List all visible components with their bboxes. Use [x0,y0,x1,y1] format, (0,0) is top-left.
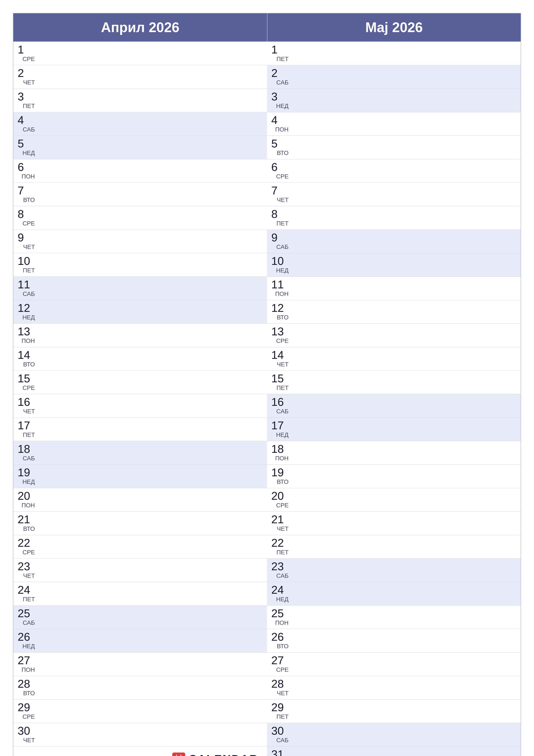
day-content: 5 НЕД [18,138,35,157]
right-month-header: Maj 2026 [267,14,521,42]
right-day-1: 1 ПЕТ [267,42,521,65]
day-content: 6 СРЕ [271,161,289,181]
day-name: ПОН [21,174,35,181]
day-name: САБ [23,126,35,134]
day-content: 18 САБ [18,443,35,463]
right-day-6: 6 СРЕ [267,159,521,183]
left-day-11: 11 САБ [13,277,267,300]
right-day-13: 13 СРЕ [267,324,521,347]
day-name: СРЕ [22,714,35,721]
day-name: САБ [276,80,289,87]
day-content: 24 НЕД [271,584,289,604]
day-content: 21 ЧЕТ [271,514,289,533]
left-day-6: 6 ПОН [13,159,267,183]
day-name: ЧЕТ [277,197,289,204]
left-day-17: 17 ПЕТ [13,418,267,441]
day-content: 1 СРЕ [18,44,35,63]
day-content: 16 ЧЕТ [18,396,35,416]
day-number: 18 [18,443,35,454]
day-name: ПОН [21,667,35,674]
day-name: СРЕ [22,385,35,392]
day-number: 22 [18,537,35,549]
day-number: 2 [271,68,289,79]
day-number: 28 [271,678,289,689]
day-name: ПОН [21,338,35,345]
day-content: 4 САБ [18,115,35,134]
day-number: 14 [271,349,289,361]
right-day-19: 19 ВТО [267,465,521,488]
left-day-15: 15 СРЕ [13,371,267,394]
day-number: 29 [18,702,35,713]
logo-text: CALENDAR [189,753,258,756]
day-name: САБ [276,737,289,744]
day-content: 30 ЧЕТ [18,725,35,744]
day-number: 17 [18,420,35,431]
right-day-27: 27 СРЕ [267,653,521,676]
footer-logo: 7 CALENDAR [172,753,258,756]
day-number: 23 [271,561,289,572]
day-content: 10 ПЕТ [18,256,35,275]
day-content: 23 ЧЕТ [18,561,35,580]
day-content: 17 НЕД [271,420,289,439]
day-name: ПОН [275,126,289,134]
day-content: 29 ПЕТ [271,702,289,721]
day-content: 28 ВТО [18,678,35,698]
right-day-24: 24 НЕД [267,582,521,606]
day-name: ПОН [275,620,289,627]
day-number: 2 [18,68,35,79]
left-day-28: 28 ВТО [13,676,267,700]
day-number: 16 [271,396,289,408]
left-month-header: Април 2026 [13,14,267,42]
footer-cell: 7 CALENDAR [13,746,267,756]
day-content: 12 НЕД [18,302,35,322]
day-number: 8 [271,208,289,220]
day-number: 3 [271,91,289,102]
day-number: 23 [18,561,35,572]
right-day-7: 7 ЧЕТ [267,183,521,206]
day-name: ВТО [23,197,35,204]
day-name: ВТО [277,150,289,157]
day-number: 22 [271,537,289,549]
left-day-3: 3 ПЕТ [13,89,267,112]
left-day-1: 1 СРЕ [13,42,267,65]
day-content: 26 НЕД [18,631,35,651]
day-name: НЕД [22,314,35,322]
day-content: 14 ЧЕТ [271,349,289,369]
day-name: ПЕТ [23,432,35,439]
day-content: 24 ПЕТ [18,584,35,604]
day-number: 29 [271,702,289,713]
day-number: 1 [271,44,289,55]
day-name: ВТО [277,479,289,486]
left-day-25: 25 САБ [13,606,267,629]
day-content: 14 ВТО [18,349,35,369]
day-name: ПЕТ [23,267,35,275]
day-number: 30 [271,725,289,736]
left-day-2: 2 ЧЕТ [13,65,267,89]
day-name: НЕД [22,643,35,651]
day-number: 9 [18,232,35,243]
day-content: 15 ПЕТ [271,373,289,392]
day-number: 24 [271,584,289,595]
day-name: САБ [276,408,289,416]
day-name: ЧЕТ [23,408,35,416]
day-content: 28 ЧЕТ [271,678,289,698]
day-content: 27 ПОН [18,655,35,674]
day-content: 22 СРЕ [18,537,35,557]
day-name: ЧЕТ [23,573,35,580]
day-number: 25 [18,608,35,619]
day-content: 16 САБ [271,396,289,416]
right-day-22: 22 ПЕТ [267,535,521,558]
day-name: НЕД [22,479,35,486]
day-name: СРЕ [276,502,289,510]
day-content: 10 НЕД [271,256,289,275]
day-number: 30 [18,725,35,736]
day-content: 7 ВТО [18,185,35,204]
day-number: 3 [18,91,35,102]
day-number: 26 [271,631,289,642]
left-day-12: 12 НЕД [13,300,267,324]
day-name: ВТО [23,526,35,533]
day-name: ПОН [275,291,289,298]
calendar-grid: Април 2026 Maj 2026 1 СРЕ 1 ПЕТ 2 ЧЕТ 2 … [13,13,521,756]
day-name: ЧЕТ [277,362,289,369]
day-number: 26 [18,631,35,642]
